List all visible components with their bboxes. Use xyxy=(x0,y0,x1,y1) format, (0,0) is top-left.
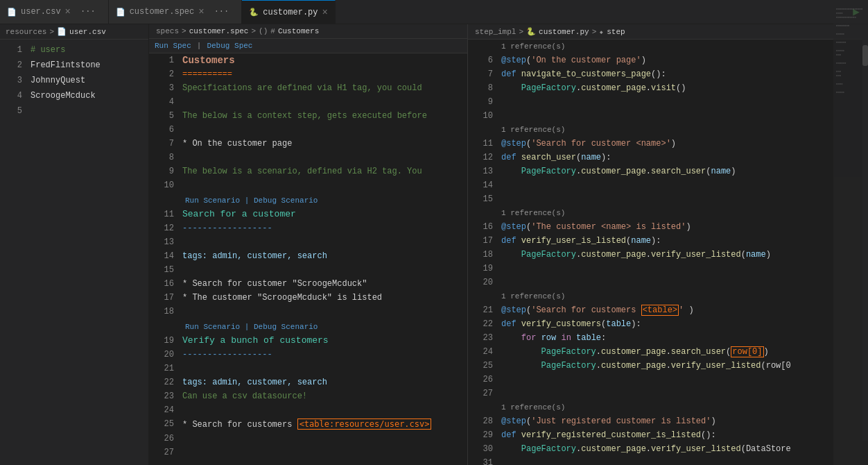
py-line-15: 15 xyxy=(468,192,868,206)
tab-more-spec[interactable]: ··· xyxy=(209,7,235,17)
py-line-content-23: for row in table: xyxy=(501,331,862,345)
line-num-5: 5 xyxy=(6,104,22,118)
spec-line-25: 25 * Search for customers <table:resourc… xyxy=(149,417,467,432)
file-line-3: 3 JohnnyQuest xyxy=(0,73,148,88)
spec-line-16: 16 * Search for customer "ScroogeMcduck" xyxy=(149,277,467,291)
spec-editor: specs > customer.spec > () # Customers R… xyxy=(149,24,468,465)
py-line-content-17: def verify_user_is_listed(name): xyxy=(501,234,862,248)
tab-close-spec[interactable]: × xyxy=(198,6,204,17)
spec-line-10: 10 xyxy=(149,178,467,192)
spec-line-22: 22 tags: admin, customer, search xyxy=(149,375,467,389)
spec-line-content-1: Customers xyxy=(182,53,462,67)
py-line-31: 31 xyxy=(468,456,868,465)
py-line-10: 10 xyxy=(468,109,868,123)
py-line-content-24: PageFactory.customer_page.search_user(ro… xyxy=(501,345,862,359)
breadcrumb-sep1: > xyxy=(49,28,54,36)
tab-label: user.csv xyxy=(21,7,61,17)
tab-bar: 📄 user.csv × ··· 📄 customer.spec × ··· 🐍… xyxy=(0,0,868,24)
breadcrumb-file[interactable]: 📄 xyxy=(57,27,67,36)
py-line-28: 28 @step('Just registered customer is li… xyxy=(468,414,868,428)
py-content[interactable]: 1 reference(s) 6 @step('On the customer … xyxy=(468,40,868,465)
spec-line-7: 7 * On the customer page xyxy=(149,137,467,151)
tab-more-user-csv[interactable]: ··· xyxy=(75,7,101,17)
py-line-9: 9 xyxy=(468,95,868,109)
spec-line-content-14: tags: admin, customer, search xyxy=(182,249,462,263)
spec-run-scenario-2[interactable]: Run Scenario | Debug Scenario xyxy=(182,320,318,334)
spec-line-content-2: ========== xyxy=(182,67,462,81)
spec-line-11: 11 Search for a customer xyxy=(149,208,467,221)
file-line-1: 1 # users xyxy=(0,42,148,58)
bc-step-func: step xyxy=(607,28,625,36)
spec-line-23: 23 Can use a csv datasource! xyxy=(149,389,467,403)
spec-line-content-3: Specifications are defined via H1 tag, y… xyxy=(182,81,462,95)
spec-line-18: 18 xyxy=(149,305,467,319)
debug-spec-link[interactable]: Debug Spec xyxy=(207,42,252,50)
ref-line-11: 1 reference(s) xyxy=(468,123,868,137)
py-line-25: 25 PageFactory.customer_page.verify_user… xyxy=(468,359,868,373)
bc-spec-file[interactable]: customer.spec xyxy=(189,27,249,35)
line-num-3: 3 xyxy=(6,74,22,87)
tab-customer-py[interactable]: 🐍 customer.py × xyxy=(242,0,336,24)
py-line-23: 23 for row in table: xyxy=(468,331,868,345)
spec-line-4: 4 xyxy=(149,95,467,109)
py-line-content-12: def search_user(name): xyxy=(501,151,862,164)
spec-line-content-11: Search for a customer xyxy=(182,208,462,221)
py-line-20: 20 xyxy=(468,276,868,289)
py-line-17: 17 def verify_user_is_listed(name): xyxy=(468,234,868,248)
py-line-content-18: PageFactory.customer_page.verify_user_li… xyxy=(501,248,862,262)
py-line-13: 13 PageFactory.customer_page.search_user… xyxy=(468,164,868,178)
spec-line-content-5: The below is a context step, gets execut… xyxy=(182,109,462,123)
py-line-content-7: def navigate_to_customers_page(): xyxy=(501,67,862,81)
spec-content[interactable]: 1 Customers 2 ========== 3 Specification… xyxy=(149,53,467,465)
py-line-30: 30 PageFactory.customer_page.verify_user… xyxy=(468,442,868,456)
tab-close-user-csv[interactable]: × xyxy=(65,6,71,17)
py-breadcrumb: step_impl > 🐍 customer.py > ⬥ step xyxy=(468,24,868,40)
py-line-14: 14 xyxy=(468,178,868,192)
tab-close-py[interactable]: × xyxy=(322,7,327,18)
table-tag: <table:resources/user.csv> xyxy=(297,418,432,430)
spec-run-scenario-1[interactable]: Run Scenario | Debug Scenario xyxy=(182,194,318,208)
py-line-24: 24 PageFactory.customer_page.search_user… xyxy=(468,345,868,359)
spec-scenario-header-1: Run Scenario | Debug Scenario xyxy=(149,194,467,208)
tab-user-csv[interactable]: 📄 user.csv × ··· xyxy=(0,0,109,24)
breadcrumb-resources[interactable]: resources xyxy=(6,28,46,36)
spec-line-20: 20 ------------------ xyxy=(149,348,467,362)
breadcrumb-filename: user.csv xyxy=(69,28,106,36)
bc-specs[interactable]: specs xyxy=(156,27,179,35)
bc-step-impl: step_impl xyxy=(475,28,516,36)
spec-line-24: 24 xyxy=(149,403,467,417)
py-line-16: 16 @step('The customer <name> is listed'… xyxy=(468,220,868,234)
py-line-content-6: @step('On the customer page') xyxy=(501,53,862,67)
py-line-21: 21 @step('Search for customers <table>' … xyxy=(468,303,868,317)
py-line-8: 8 PageFactory.customer_page.visit() xyxy=(468,81,868,95)
spec-line-content-17: * The customer "ScroogeMcduck" is listed xyxy=(182,291,462,305)
spec-line-15: 15 xyxy=(149,263,467,277)
py-editor: step_impl > 🐍 customer.py > ⬥ step 1 ref… xyxy=(468,24,868,465)
tab-customer-spec[interactable]: 📄 customer.spec × ··· xyxy=(109,0,243,24)
py-line-content-13: PageFactory.customer_page.search_user(na… xyxy=(501,164,862,178)
bc-py-file[interactable]: customer.py xyxy=(539,28,589,36)
file-icon-spec: 📄 xyxy=(116,8,125,17)
spec-line-content-22: tags: admin, customer, search xyxy=(182,375,462,389)
py-line-content-11: @step('Search for customer <name>') xyxy=(501,137,862,151)
spec-breadcrumb: specs > customer.spec > () # Customers xyxy=(149,24,467,39)
bc-spec-heading: Customers xyxy=(278,27,319,35)
bc-py-icon: 🐍 xyxy=(526,27,536,36)
spec-line-13: 13 xyxy=(149,235,467,249)
file-explorer: resources > 📄 user.csv 1 # users 2 FredF… xyxy=(0,24,149,465)
spec-line-content-20: ------------------ xyxy=(182,348,462,362)
spec-line-19: 19 Verify a bunch of customers xyxy=(149,334,467,348)
py-line-content-28: @step('Just registered customer is liste… xyxy=(501,414,862,428)
spec-line-content-7: * On the customer page xyxy=(182,137,462,151)
bc-step-symbol: ⬥ xyxy=(599,28,604,36)
spec-line-6: 6 xyxy=(149,123,467,137)
spec-line-2: 2 ========== xyxy=(149,67,467,81)
spec-line-8: 8 xyxy=(149,151,467,164)
spec-line-content-19: Verify a bunch of customers xyxy=(182,334,462,348)
spec-scenario-header-2: Run Scenario | Debug Scenario xyxy=(149,320,467,334)
spec-line-12: 12 ------------------ xyxy=(149,221,467,235)
spec-line-14: 14 tags: admin, customer, search xyxy=(149,249,467,263)
spec-line-3: 3 Specifications are defined via H1 tag,… xyxy=(149,81,467,95)
run-spec-link[interactable]: Run Spec xyxy=(155,42,191,50)
spec-line-21: 21 xyxy=(149,362,467,375)
